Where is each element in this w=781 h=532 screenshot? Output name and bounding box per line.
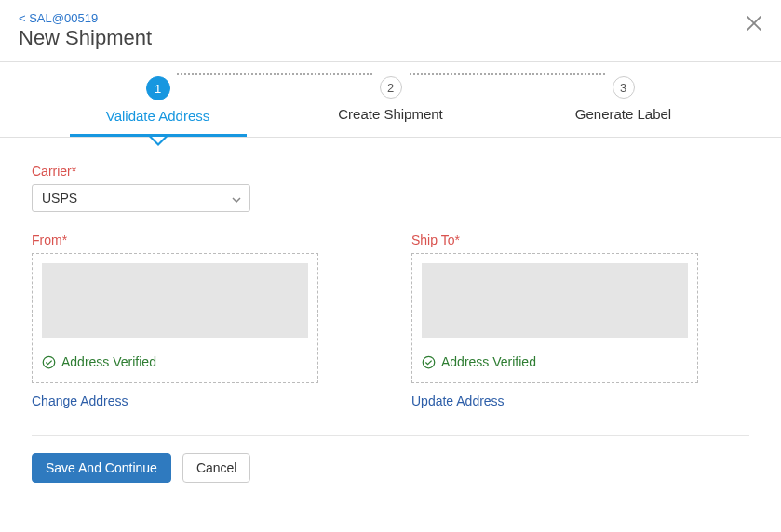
step-connector <box>177 73 372 75</box>
from-address-section: From* Address Verified Change Address <box>32 233 318 409</box>
change-address-link[interactable]: Change Address <box>32 393 128 408</box>
ship-to-verified-text: Address Verified <box>441 354 536 369</box>
step-connector <box>410 73 605 75</box>
close-icon <box>744 13 764 33</box>
step-label: Generate Label <box>575 106 671 135</box>
step-number: 3 <box>613 76 635 99</box>
step-number: 2 <box>380 76 402 99</box>
form-area: Carrier* USPS From* Address Verified Cha… <box>0 138 781 483</box>
breadcrumb-link[interactable]: < SAL@00519 <box>19 11 98 25</box>
ship-to-verified-status: Address Verified <box>422 354 688 373</box>
step-generate-label[interactable]: 3 Generate Label <box>507 76 740 135</box>
step-number: 1 <box>146 76 170 100</box>
ship-to-address-placeholder <box>422 263 688 338</box>
step-label: Create Shipment <box>338 106 443 135</box>
from-address-box: Address Verified <box>32 253 318 383</box>
step-label: Validate Address <box>106 108 209 137</box>
divider <box>32 435 749 436</box>
footer-buttons: Save And Continue Cancel <box>32 453 749 483</box>
check-circle-icon <box>42 355 56 369</box>
ship-to-address-section: Ship To* Address Verified Update Address <box>411 233 698 409</box>
active-step-indicator <box>149 137 168 146</box>
svg-point-2 <box>43 356 55 368</box>
step-validate-address[interactable]: 1 Validate Address <box>42 76 275 137</box>
ship-to-label: Ship To* <box>411 233 698 247</box>
stepper: 1 Validate Address 2 Create Shipment 3 G… <box>0 62 781 138</box>
carrier-selected-value: USPS <box>42 191 77 206</box>
save-and-continue-button[interactable]: Save And Continue <box>32 453 171 483</box>
update-address-link[interactable]: Update Address <box>411 393 505 408</box>
from-label: From* <box>32 233 318 247</box>
page-header: < SAL@00519 New Shipment <box>0 0 781 62</box>
carrier-label: Carrier* <box>32 164 749 179</box>
page-title: New Shipment <box>19 26 762 50</box>
carrier-select[interactable]: USPS <box>32 184 250 212</box>
svg-point-3 <box>423 356 435 368</box>
step-create-shipment[interactable]: 2 Create Shipment <box>275 76 507 135</box>
from-address-placeholder <box>42 263 308 338</box>
from-verified-text: Address Verified <box>61 354 156 369</box>
cancel-button[interactable]: Cancel <box>182 453 251 483</box>
check-circle-icon <box>422 355 436 369</box>
close-button[interactable] <box>744 13 764 33</box>
ship-to-address-box: Address Verified <box>411 253 698 383</box>
from-verified-status: Address Verified <box>42 354 308 373</box>
